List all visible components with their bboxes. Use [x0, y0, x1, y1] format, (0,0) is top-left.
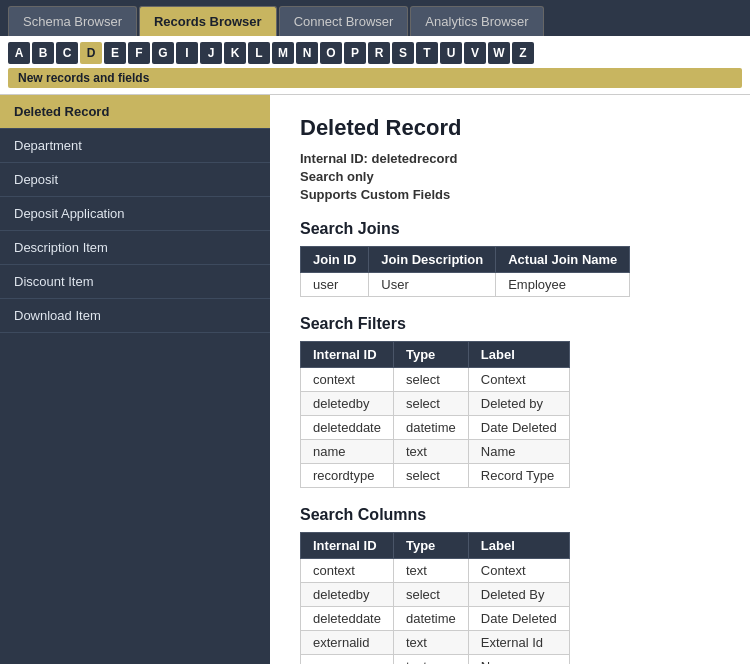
table-header: Internal ID — [301, 533, 394, 559]
sidebar-item[interactable]: Deleted Record — [0, 95, 270, 129]
alpha-btn-k[interactable]: K — [224, 42, 246, 64]
table-cell: Context — [468, 559, 569, 583]
table-cell: Name — [468, 655, 569, 665]
table-row: deleteddatedatetimeDate Deleted — [301, 607, 570, 631]
table-cell: context — [301, 559, 394, 583]
alpha-btn-r[interactable]: R — [368, 42, 390, 64]
alpha-btn-v[interactable]: V — [464, 42, 486, 64]
table-cell: deleteddate — [301, 416, 394, 440]
table-cell: select — [393, 583, 468, 607]
new-records-button[interactable]: New records and fields — [8, 68, 742, 88]
table-row: userUserEmployee — [301, 273, 630, 297]
alpha-btn-b[interactable]: B — [32, 42, 54, 64]
top-tab-bar: Schema Browser Records Browser Connect B… — [0, 0, 750, 36]
table-cell: name — [301, 655, 394, 665]
table-header: Join Description — [369, 247, 496, 273]
table-cell: Date Deleted — [468, 607, 569, 631]
tab-records[interactable]: Records Browser — [139, 6, 277, 36]
table-cell: select — [393, 464, 468, 488]
tab-connect[interactable]: Connect Browser — [279, 6, 409, 36]
record-supports-custom: Supports Custom Fields — [300, 187, 720, 202]
table-cell: select — [393, 392, 468, 416]
alpha-btn-s[interactable]: S — [392, 42, 414, 64]
tab-schema[interactable]: Schema Browser — [8, 6, 137, 36]
table-cell: text — [393, 631, 468, 655]
alpha-btn-u[interactable]: U — [440, 42, 462, 64]
alpha-btn-w[interactable]: W — [488, 42, 510, 64]
alpha-btn-e[interactable]: E — [104, 42, 126, 64]
alpha-btn-g[interactable]: G — [152, 42, 174, 64]
sidebar-item[interactable]: Deposit — [0, 163, 270, 197]
alpha-btn-m[interactable]: M — [272, 42, 294, 64]
alpha-btn-i[interactable]: I — [176, 42, 198, 64]
table-row: deletedbyselectDeleted by — [301, 392, 570, 416]
record-search-only: Search only — [300, 169, 720, 184]
alpha-btn-p[interactable]: P — [344, 42, 366, 64]
table-cell: user — [301, 273, 369, 297]
tab-analytics[interactable]: Analytics Browser — [410, 6, 543, 36]
alpha-bar-container: ABCDEFGIJKLMNOPRSTUVWZ New records and f… — [0, 36, 750, 95]
table-header: Label — [468, 342, 569, 368]
sidebar: Deleted RecordDepartmentDepositDeposit A… — [0, 95, 270, 664]
table-cell: Context — [468, 368, 569, 392]
search-columns-heading: Search Columns — [300, 506, 720, 524]
table-cell: Employee — [496, 273, 630, 297]
sidebar-item[interactable]: Download Item — [0, 299, 270, 333]
table-cell: deleteddate — [301, 607, 394, 631]
main-layout: Deleted RecordDepartmentDepositDeposit A… — [0, 95, 750, 664]
alpha-btn-a[interactable]: A — [8, 42, 30, 64]
table-cell: select — [393, 368, 468, 392]
table-header: Actual Join Name — [496, 247, 630, 273]
table-cell: Deleted by — [468, 392, 569, 416]
record-title: Deleted Record — [300, 115, 720, 141]
sidebar-item[interactable]: Deposit Application — [0, 197, 270, 231]
table-row: nametextName — [301, 655, 570, 665]
table-header: Join ID — [301, 247, 369, 273]
table-row: externalidtextExternal Id — [301, 631, 570, 655]
table-cell: deletedby — [301, 392, 394, 416]
table-header: Type — [393, 533, 468, 559]
table-cell: recordtype — [301, 464, 394, 488]
table-row: contextselectContext — [301, 368, 570, 392]
alpha-bar: ABCDEFGIJKLMNOPRSTUVWZ — [8, 42, 742, 64]
table-cell: Record Type — [468, 464, 569, 488]
search-joins-heading: Search Joins — [300, 220, 720, 238]
table-cell: externalid — [301, 631, 394, 655]
table-cell: User — [369, 273, 496, 297]
search-filters-heading: Search Filters — [300, 315, 720, 333]
sidebar-item[interactable]: Description Item — [0, 231, 270, 265]
alpha-btn-d[interactable]: D — [80, 42, 102, 64]
table-header: Internal ID — [301, 342, 394, 368]
table-row: deletedbyselectDeleted By — [301, 583, 570, 607]
table-cell: Name — [468, 440, 569, 464]
sidebar-item[interactable]: Department — [0, 129, 270, 163]
table-cell: datetime — [393, 416, 468, 440]
table-row: contexttextContext — [301, 559, 570, 583]
content-area: Deleted Record Internal ID: deletedrecor… — [270, 95, 750, 664]
sidebar-item[interactable]: Discount Item — [0, 265, 270, 299]
table-cell: text — [393, 440, 468, 464]
table-cell: deletedby — [301, 583, 394, 607]
alpha-btn-l[interactable]: L — [248, 42, 270, 64]
alpha-btn-z[interactable]: Z — [512, 42, 534, 64]
alpha-btn-f[interactable]: F — [128, 42, 150, 64]
search-columns-table: Internal IDTypeLabelcontexttextContextde… — [300, 532, 570, 664]
alpha-btn-o[interactable]: O — [320, 42, 342, 64]
alpha-btn-c[interactable]: C — [56, 42, 78, 64]
table-cell: Date Deleted — [468, 416, 569, 440]
table-cell: datetime — [393, 607, 468, 631]
table-header: Label — [468, 533, 569, 559]
alpha-btn-j[interactable]: J — [200, 42, 222, 64]
table-cell: text — [393, 655, 468, 665]
table-header: Type — [393, 342, 468, 368]
table-row: deleteddatedatetimeDate Deleted — [301, 416, 570, 440]
table-row: nametextName — [301, 440, 570, 464]
record-internal-id: Internal ID: deletedrecord — [300, 151, 720, 166]
table-cell: name — [301, 440, 394, 464]
search-joins-table: Join IDJoin DescriptionActual Join Nameu… — [300, 246, 630, 297]
alpha-btn-t[interactable]: T — [416, 42, 438, 64]
alpha-btn-n[interactable]: N — [296, 42, 318, 64]
table-cell: text — [393, 559, 468, 583]
table-cell: External Id — [468, 631, 569, 655]
search-filters-table: Internal IDTypeLabelcontextselectContext… — [300, 341, 570, 488]
